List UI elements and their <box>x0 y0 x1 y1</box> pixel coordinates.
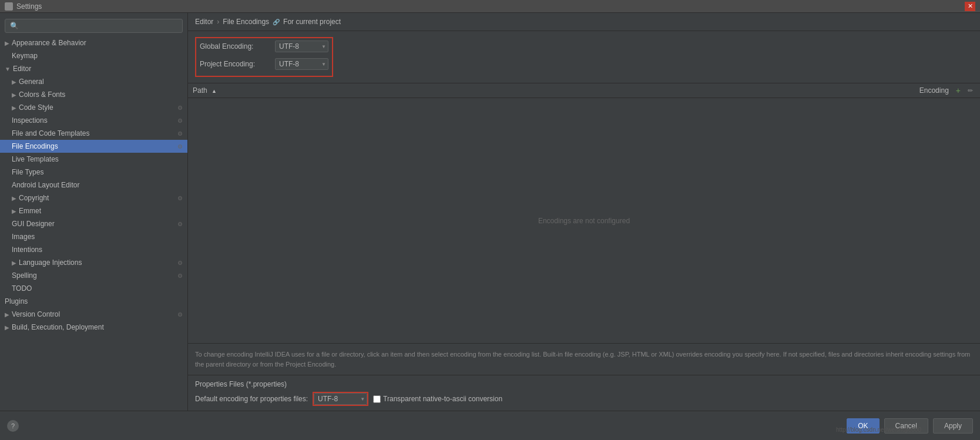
sidebar-item-label: Spelling <box>12 271 37 280</box>
bottom-left: ? <box>7 420 19 432</box>
project-encoding-select[interactable]: UTF-8 UTF-16 ISO-8859-1 <box>275 58 328 70</box>
settings-icon: ⚙ <box>177 105 183 111</box>
default-encoding-select[interactable]: UTF-8 UTF-16 ISO-8859-1 <box>314 393 367 405</box>
default-encoding-select-wrapper: UTF-8 UTF-16 ISO-8859-1 <box>314 393 367 405</box>
arrow-icon: ▶ <box>5 40 9 46</box>
sidebar-item-label: File Encodings <box>12 142 58 150</box>
title-bar: Settings ✕ <box>0 0 980 13</box>
sidebar-item-label: Live Templates <box>12 155 59 163</box>
close-button[interactable]: ✕ <box>965 2 975 11</box>
sidebar-item-label: Code Style <box>19 103 53 112</box>
content-area: Editor › File Encodings 🔗 For current pr… <box>188 13 980 411</box>
sidebar-item-label: Plugins <box>5 297 28 305</box>
link-icon: 🔗 <box>273 19 280 25</box>
transparent-checkbox[interactable] <box>373 395 381 403</box>
breadcrumb-link: For current project <box>283 18 341 26</box>
sidebar-item-images[interactable]: Images <box>0 230 187 243</box>
watermark: http://blog.csdn.net/weishujie000 <box>836 426 921 433</box>
sidebar-item-keymap[interactable]: Keymap <box>0 49 187 62</box>
sidebar-item-file-encodings[interactable]: File Encodings ⚙ <box>0 140 187 153</box>
properties-row: Default encoding for properties files: U… <box>195 392 973 406</box>
global-encoding-select[interactable]: UTF-8 UTF-16 ISO-8859-1 <box>275 41 328 52</box>
sidebar-item-general[interactable]: ▶ General <box>0 75 187 88</box>
sidebar-item-build-execution[interactable]: ▶ Build, Execution, Deployment <box>0 321 187 334</box>
sidebar-item-language-injections[interactable]: ▶ Language Injections ⚙ <box>0 256 187 269</box>
sidebar-item-gui-designer[interactable]: GUI Designer ⚙ <box>0 217 187 230</box>
arrow-icon: ▶ <box>12 105 16 111</box>
sidebar-item-editor[interactable]: ▼ Editor <box>0 62 187 75</box>
sidebar-item-code-style[interactable]: ▶ Code Style ⚙ <box>0 101 187 114</box>
breadcrumb-current: File Encodings <box>223 18 269 26</box>
sidebar-item-label: Inspections <box>12 116 48 125</box>
project-encoding-row: Project Encoding: UTF-8 UTF-16 ISO-8859-… <box>200 58 328 70</box>
sidebar-item-label: Intentions <box>12 246 42 254</box>
properties-section: Properties Files (*.properties) Default … <box>188 375 980 411</box>
sidebar-item-label: Emmet <box>19 207 41 215</box>
sidebar-item-copyright[interactable]: ▶ Copyright ⚙ <box>0 192 187 204</box>
sidebar-item-label: Editor <box>13 65 31 73</box>
sidebar-item-label: General <box>19 78 44 86</box>
help-button[interactable]: ? <box>7 420 19 432</box>
sidebar-item-inspections[interactable]: Inspections ⚙ <box>0 114 187 127</box>
app-icon <box>5 2 13 11</box>
table-body: Encodings are not configured <box>188 98 980 343</box>
project-encoding-label: Project Encoding: <box>200 60 270 68</box>
table-actions: + ✏ <box>954 86 975 95</box>
settings-icon: ⚙ <box>177 273 183 279</box>
sidebar-item-colors-fonts[interactable]: ▶ Colors & Fonts <box>0 88 187 101</box>
sidebar-item-spelling[interactable]: Spelling ⚙ <box>0 269 187 282</box>
sidebar-item-file-types[interactable]: File Types <box>0 166 187 179</box>
sidebar-item-emmet[interactable]: ▶ Emmet <box>0 204 187 217</box>
sidebar-item-android-layout[interactable]: Android Layout Editor <box>0 179 187 192</box>
apply-button[interactable]: Apply <box>933 418 973 434</box>
default-encoding-label: Default encoding for properties files: <box>195 395 308 403</box>
main-container: ▶ Appearance & Behavior Keymap ▼ Editor … <box>0 13 980 411</box>
encoding-column-header: Encoding <box>878 86 949 95</box>
sidebar-item-intentions[interactable]: Intentions <box>0 243 187 256</box>
window-title: Settings <box>16 2 962 11</box>
settings-icon: ⚙ <box>177 117 183 124</box>
settings-icon: ⚙ <box>177 221 183 227</box>
transparent-label: Transparent native-to-ascii conversion <box>383 395 502 403</box>
search-input[interactable] <box>5 19 183 33</box>
arrow-icon: ▶ <box>12 208 16 214</box>
sidebar-item-label: Build, Execution, Deployment <box>12 323 104 331</box>
arrow-icon: ▶ <box>12 79 16 85</box>
arrow-icon: ▶ <box>12 260 16 266</box>
sidebar: ▶ Appearance & Behavior Keymap ▼ Editor … <box>0 13 188 411</box>
sidebar-item-version-control[interactable]: ▶ Version Control ⚙ <box>0 308 187 321</box>
info-text: To change encoding IntelliJ IDEA uses fo… <box>188 343 980 375</box>
arrow-icon: ▶ <box>5 311 9 318</box>
path-column-header[interactable]: Path ▲ <box>193 86 878 95</box>
settings-icon: ⚙ <box>177 311 183 318</box>
global-encoding-select-wrapper: UTF-8 UTF-16 ISO-8859-1 <box>275 41 328 52</box>
project-encoding-select-wrapper: UTF-8 UTF-16 ISO-8859-1 <box>275 58 328 70</box>
sidebar-item-appearance[interactable]: ▶ Appearance & Behavior <box>0 36 187 49</box>
sidebar-item-todo[interactable]: TODO <box>0 282 187 295</box>
sidebar-item-label: File and Code Templates <box>12 129 90 137</box>
arrow-icon: ▶ <box>12 92 16 98</box>
edit-encoding-button[interactable]: ✏ <box>965 86 975 95</box>
sort-arrow-icon: ▲ <box>212 88 217 94</box>
sidebar-item-label: Images <box>12 233 35 241</box>
add-encoding-button[interactable]: + <box>954 86 963 95</box>
bottom-bar: ? OK Cancel Apply <box>0 411 980 440</box>
breadcrumb-editor: Editor <box>195 18 213 26</box>
global-encoding-label: Global Encoding: <box>200 42 270 51</box>
settings-icon: ⚙ <box>177 195 183 201</box>
properties-title: Properties Files (*.properties) <box>195 380 973 388</box>
sidebar-item-label: Android Layout Editor <box>12 181 79 189</box>
sidebar-item-live-templates[interactable]: Live Templates <box>0 153 187 166</box>
sidebar-item-label: Appearance & Behavior <box>12 39 86 47</box>
encoding-box: Global Encoding: UTF-8 UTF-16 ISO-8859-1… <box>195 37 333 77</box>
empty-message: Encodings are not configured <box>538 217 630 225</box>
sidebar-item-plugins[interactable]: Plugins <box>0 295 187 308</box>
sidebar-item-label: Keymap <box>12 52 38 60</box>
separator: › <box>217 18 219 26</box>
sidebar-item-label: Colors & Fonts <box>19 90 65 99</box>
settings-icon: ⚙ <box>177 143 183 150</box>
sidebar-item-label: File Types <box>12 168 43 176</box>
sidebar-item-file-code-templates[interactable]: File and Code Templates ⚙ <box>0 127 187 140</box>
table-area: Path ▲ Encoding + ✏ Encodings are not co… <box>188 83 980 343</box>
transparent-checkbox-wrapper: Transparent native-to-ascii conversion <box>373 395 502 403</box>
